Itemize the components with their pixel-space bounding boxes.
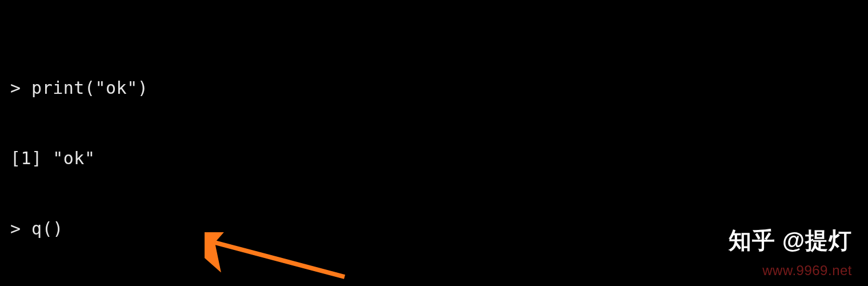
terminal-window[interactable]: > print("ok") [1] "ok" > q() Save worksp… [0, 0, 868, 286]
watermark-author: 知乎 @提灯 [729, 229, 852, 252]
terminal-output-line: > print("ok") [10, 76, 858, 100]
watermark-url: www.9969.net [762, 259, 852, 282]
terminal-output-line: [1] "ok" [10, 146, 858, 170]
svg-line-0 [215, 243, 345, 277]
